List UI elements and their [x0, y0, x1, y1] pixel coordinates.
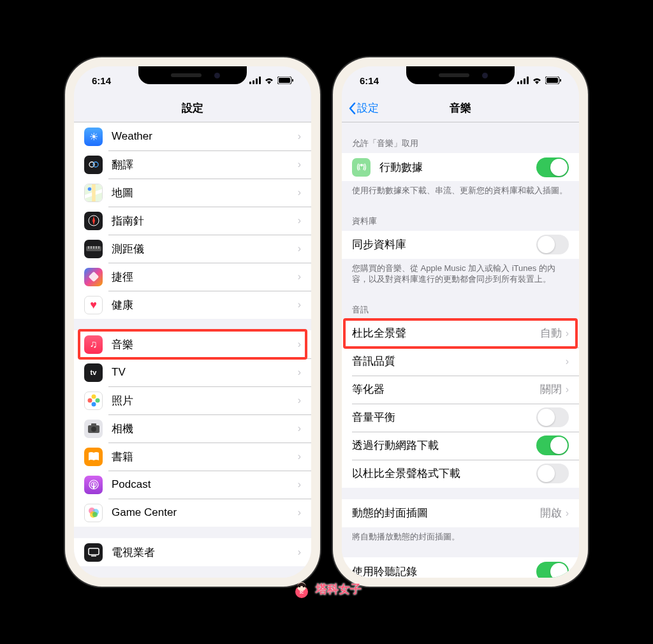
row-label: 音樂 [112, 337, 298, 352]
section-footer: 使用行動數據來下載、串流、更新您的資料庫和載入插圖。 [342, 181, 579, 200]
svg-point-10 [88, 187, 92, 191]
row-label: Game Center [112, 506, 298, 519]
weather-icon: ☀ [84, 128, 103, 146]
svg-rect-0 [249, 82, 251, 84]
row-sync-library[interactable]: 同步資料庫 [342, 231, 579, 259]
svg-rect-37 [524, 78, 525, 84]
svg-point-21 [91, 402, 96, 407]
music-icon: ♫ [84, 335, 103, 354]
signal-icon [249, 77, 261, 84]
svg-point-46 [303, 586, 304, 587]
tv-icon: tv [84, 363, 103, 382]
row-audio-quality[interactable]: 音訊品質› [342, 348, 579, 376]
svg-rect-41 [560, 79, 561, 82]
row-label: 動態的封面插圖 [352, 506, 540, 520]
content-right[interactable]: 允許「音樂」取用 行動數據 使用行動數據來下載、串流、更新您的資料庫和載入插圖。… [342, 122, 579, 578]
row-label: 音量平衡 [352, 410, 536, 425]
row-measure[interactable]: 測距儀› [74, 235, 311, 263]
row-value: 關閉 [540, 382, 562, 397]
row-label: 翻譯 [112, 157, 298, 172]
row-camera[interactable]: 相機› [74, 414, 311, 443]
audio-group: 杜比全景聲自動› 音訊品質› 等化器關閉› 音量平衡 透過行動網路下載 以杜比全… [342, 319, 579, 488]
row-music[interactable]: ♫音樂› [74, 330, 311, 358]
status-time: 6:14 [360, 75, 379, 86]
svg-point-32 [92, 512, 98, 517]
phone-left: 6:14 設定 ☀Weather› 翻譯› 地圖› 指南針› 測距儀› 捷徑› … [65, 57, 320, 587]
music-access-group: 行動數據 [342, 153, 579, 181]
row-maps[interactable]: 地圖› [74, 179, 311, 207]
row-label: 杜比全景聲 [352, 326, 540, 340]
row-translate[interactable]: 翻譯› [74, 150, 311, 179]
row-podcast[interactable]: Podcast› [74, 471, 311, 499]
screen-left: 6:14 設定 ☀Weather› 翻譯› 地圖› 指南針› 測距儀› 捷徑› … [74, 66, 311, 578]
row-label: 指南針 [112, 214, 298, 228]
watermark: 3C 塔科女子 [291, 579, 362, 599]
toggle-cellular-download[interactable] [536, 435, 569, 455]
toggle-cellular[interactable] [536, 157, 569, 177]
svg-text:3C: 3C [300, 590, 304, 594]
chevron-icon: › [566, 356, 569, 367]
row-shortcuts[interactable]: 捷徑› [74, 263, 311, 291]
back-label: 設定 [357, 101, 379, 115]
row-photos[interactable]: 照片› [74, 386, 311, 414]
books-icon [84, 448, 103, 466]
maps-icon [84, 184, 103, 202]
row-compass[interactable]: 指南針› [74, 207, 311, 235]
row-weather[interactable]: ☀Weather› [74, 122, 311, 150]
svg-point-45 [299, 586, 300, 587]
section-header: 資料庫 [342, 212, 579, 231]
back-button[interactable]: 設定 [348, 101, 379, 115]
row-tv[interactable]: tvTV› [74, 358, 311, 386]
wifi-icon [532, 77, 542, 84]
row-label: 等化器 [352, 382, 540, 397]
chevron-icon: › [298, 367, 301, 378]
row-label: 照片 [112, 393, 298, 408]
row-cellular-download[interactable]: 透過行動網路下載 [342, 432, 579, 460]
row-label: 行動數據 [379, 160, 536, 175]
row-label: TV [112, 366, 298, 379]
row-label: 以杜比全景聲格式下載 [352, 466, 536, 481]
chevron-icon: › [566, 328, 569, 339]
row-sound-check[interactable]: 音量平衡 [342, 404, 579, 432]
section-footer: 將自動播放動態的封面插圖。 [342, 527, 579, 546]
row-dolby-download[interactable]: 以杜比全景聲格式下載 [342, 460, 579, 488]
chevron-icon: › [298, 299, 301, 311]
row-animated-art[interactable]: 動態的封面插圖開啟› [342, 499, 579, 527]
toggle-dolby-download[interactable] [536, 464, 569, 483]
svg-point-20 [95, 399, 99, 403]
gamecenter-icon [84, 504, 103, 522]
row-gamecenter[interactable]: Game Center› [74, 499, 311, 527]
row-dolby-atmos[interactable]: 杜比全景聲自動› [342, 319, 579, 348]
row-label: 電視業者 [112, 545, 298, 560]
row-eq[interactable]: 等化器關閉› [342, 376, 579, 404]
shortcuts-icon [84, 268, 103, 286]
chevron-icon: › [298, 546, 301, 558]
chevron-icon: › [298, 423, 301, 434]
svg-point-22 [87, 399, 92, 403]
row-label: 健康 [112, 298, 298, 312]
section-header: 音訊 [342, 300, 579, 319]
row-value: 開啟 [540, 506, 562, 520]
row-listening-history[interactable]: 使用聆聽記錄 [342, 557, 579, 578]
row-tvprovider[interactable]: 電視業者› [74, 538, 311, 566]
compass-icon [84, 212, 103, 230]
status-icons [249, 77, 293, 84]
svg-rect-38 [527, 77, 529, 84]
tvprovider-icon [84, 543, 103, 562]
chevron-left-icon [348, 102, 356, 115]
row-cellular-data[interactable]: 行動數據 [342, 153, 579, 181]
toggle-sound-check[interactable] [536, 407, 569, 427]
row-health[interactable]: ♥健康› [74, 291, 311, 319]
toggle-history[interactable] [536, 562, 569, 578]
row-label: 相機 [112, 421, 298, 436]
status-time: 6:14 [92, 75, 111, 86]
chevron-icon: › [566, 508, 569, 519]
battery-icon [545, 77, 561, 84]
content-left[interactable]: ☀Weather› 翻譯› 地圖› 指南針› 測距儀› 捷徑› ♥健康› ♫音樂… [74, 122, 311, 578]
chevron-icon: › [298, 479, 301, 490]
row-books[interactable]: 書籍› [74, 443, 311, 471]
chevron-icon: › [298, 243, 301, 254]
nav-title: 設定 [182, 101, 203, 115]
watermark-icon: 3C [291, 579, 312, 599]
toggle-sync[interactable] [536, 235, 569, 254]
